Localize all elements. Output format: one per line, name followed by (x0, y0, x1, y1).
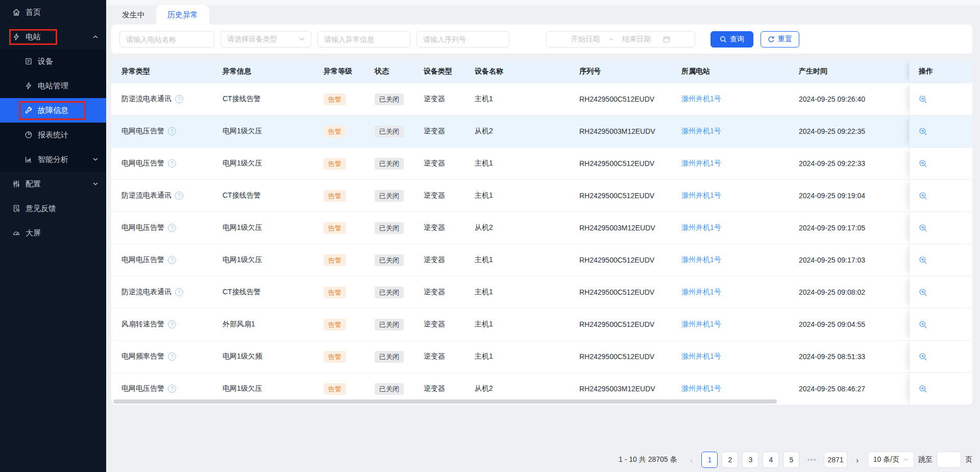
table-row[interactable]: 电网电压告警 ? 电网1级欠压 告警 已关闭 逆变器 主机1 RH2429500… (111, 147, 972, 179)
station-link[interactable]: 滁州并机1号 (681, 255, 721, 265)
view-detail-icon[interactable] (919, 127, 927, 136)
station-link[interactable]: 滁州并机1号 (681, 352, 721, 361)
help-icon[interactable]: ? (168, 385, 176, 393)
page-button-2871[interactable]: 2871 (824, 452, 847, 468)
view-detail-icon[interactable] (919, 192, 927, 200)
table-row[interactable]: 风扇转速告警 ? 外部风扇1 告警 已关闭 逆变器 主机1 RH2429500C… (111, 308, 972, 340)
station-link[interactable]: 滁州并机1号 (681, 127, 721, 136)
level-badge: 告警 (324, 158, 346, 170)
alarm-info-input[interactable] (324, 35, 404, 43)
sidebar-item-big-screen[interactable]: 大屏 (0, 221, 106, 245)
help-icon[interactable]: ? (168, 127, 176, 135)
end-date-placeholder: 结束日期 (622, 35, 651, 44)
serial-number: RH2429500C512EUDV (570, 180, 672, 211)
jump-prefix-label: 跳至 (918, 455, 933, 464)
gauge-icon (12, 229, 20, 237)
table-row[interactable]: 电网频率告警 ? 电网1级欠频 告警 已关闭 逆变器 主机1 RH2429500… (111, 340, 972, 372)
create-time: 2024-09-25 08:46:27 (790, 373, 909, 405)
station-link[interactable]: 滁州并机1号 (681, 384, 721, 393)
level-badge: 告警 (324, 190, 346, 202)
table-row[interactable]: 防逆流电表通讯 ? CT接线告警 告警 已关闭 逆变器 主机1 RH242950… (111, 83, 972, 115)
sidebar-item-feedback[interactable]: 意见反馈 (0, 196, 106, 221)
main-content: 发生中 历史异常 请选择设备类型 开始日期 ~ 结束日期 查询 (106, 0, 980, 472)
table-row[interactable]: 电网电压告警 ? 电网1级欠压 告警 已关闭 逆变器 从机2 RH2429500… (111, 115, 972, 147)
sidebar-item-report-statistics[interactable]: 报表统计 (0, 123, 106, 147)
help-icon[interactable]: ? (175, 288, 183, 296)
view-detail-icon[interactable] (919, 385, 927, 393)
station-link[interactable]: 滁州并机1号 (681, 159, 721, 168)
view-detail-icon[interactable] (919, 159, 927, 168)
chevron-up-icon (93, 35, 98, 39)
device-type: 逆变器 (414, 341, 465, 372)
table-row[interactable]: 电网电压告警 ? 电网1级欠压 告警 已关闭 逆变器 主机1 RH2429500… (111, 244, 972, 276)
device-type: 逆变器 (414, 309, 465, 340)
help-icon[interactable]: ? (175, 192, 183, 200)
station-link[interactable]: 滁州并机1号 (681, 95, 721, 104)
sidebar-item-label: 意见反馈 (26, 204, 56, 214)
sidebar-item-station-management[interactable]: 电站管理 (0, 74, 106, 98)
help-icon[interactable]: ? (168, 352, 176, 361)
tab-label: 发生中 (122, 10, 145, 20)
station-name-input[interactable] (126, 35, 208, 43)
page-size-value: 10 条/页 (873, 455, 899, 464)
serial-number: RH2429500C512EUDV (570, 276, 672, 308)
help-icon[interactable]: ? (168, 320, 176, 328)
search-button[interactable]: 查询 (710, 31, 753, 48)
prev-page-button[interactable]: ‹ (685, 456, 697, 464)
page-button-5[interactable]: 5 (783, 452, 799, 468)
next-page-button[interactable]: › (851, 456, 864, 464)
station-link[interactable]: 滁州并机1号 (681, 223, 721, 232)
sidebar-item-config[interactable]: 配置 (0, 172, 106, 196)
table-row[interactable]: 电网电压告警 ? 电网1级欠压 告警 已关闭 逆变器 从机2 RH2429500… (111, 211, 972, 244)
jump-page-input[interactable] (937, 452, 961, 468)
serial-number: RH2429500C512EUDV (570, 341, 672, 372)
date-range-picker[interactable]: 开始日期 ~ 结束日期 (546, 31, 695, 48)
tab-history[interactable]: 历史异常 (156, 5, 209, 25)
device-type-select[interactable]: 请选择设备类型 (220, 31, 311, 48)
help-icon[interactable]: ? (168, 159, 176, 168)
status-badge: 已关闭 (375, 351, 404, 363)
table-row[interactable]: 防逆流电表通讯 ? CT接线告警 告警 已关闭 逆变器 主机1 RH242950… (111, 179, 972, 211)
reset-button[interactable]: 重置 (761, 31, 799, 48)
view-detail-icon[interactable] (919, 256, 927, 265)
column-header: 产生时间 (790, 60, 909, 83)
page-button-4[interactable]: 4 (763, 452, 779, 468)
sidebar-item-smart-analysis[interactable]: 智能分析 (0, 147, 106, 172)
sidebar-item-devices[interactable]: 设备 (0, 49, 106, 74)
view-detail-icon[interactable] (919, 95, 927, 104)
refresh-icon (768, 36, 775, 43)
sidebar-item-home[interactable]: 首页 (0, 0, 106, 25)
pagination: 1 - 10 共 28705 条 ‹ 12345•••2871 › 10 条/页… (619, 452, 972, 468)
station-link[interactable]: 滁州并机1号 (681, 320, 721, 329)
status-badge: 已关闭 (375, 126, 404, 137)
horizontal-scrollbar[interactable] (113, 399, 777, 404)
page-size-select[interactable]: 10 条/页 (868, 452, 914, 468)
sidebar-item-label: 首页 (26, 8, 41, 17)
help-icon[interactable]: ? (168, 224, 176, 232)
device-type: 逆变器 (414, 212, 465, 244)
sidebar-item-station[interactable]: 电站 (0, 25, 106, 49)
device-type-placeholder: 请选择设备类型 (227, 35, 277, 44)
help-icon[interactable]: ? (168, 256, 176, 264)
view-detail-icon[interactable] (919, 352, 927, 361)
view-detail-icon[interactable] (919, 224, 927, 232)
page-button-1[interactable]: 1 (701, 452, 718, 468)
view-detail-icon[interactable] (919, 320, 927, 329)
tab-occurring[interactable]: 发生中 (120, 5, 147, 25)
search-icon (720, 36, 727, 43)
page-ellipsis[interactable]: ••• (803, 452, 820, 468)
help-icon[interactable]: ? (175, 95, 183, 103)
sidebar-item-fault-info[interactable]: 故障信息 (0, 98, 106, 123)
serial-number: RH2429500C512EUDV (570, 244, 672, 276)
serial-input[interactable] (423, 35, 503, 43)
station-link[interactable]: 滁州并机1号 (681, 288, 721, 297)
page-button-2[interactable]: 2 (722, 452, 738, 468)
page-button-3[interactable]: 3 (742, 452, 758, 468)
table-row[interactable]: 防逆流电表通讯 ? CT接线告警 告警 已关闭 逆变器 主机1 RH242950… (111, 276, 972, 308)
view-detail-icon[interactable] (919, 288, 927, 297)
station-link[interactable]: 滁州并机1号 (681, 191, 721, 200)
device-name: 从机2 (465, 115, 570, 147)
alarm-table: 异常类型 异常信息 异常等级 状态 设备类型 设备名称 序列号 所属电站 产生时… (111, 60, 972, 405)
chevron-down-icon (903, 458, 909, 461)
abnormal-type: 风扇转速告警 (121, 320, 164, 329)
